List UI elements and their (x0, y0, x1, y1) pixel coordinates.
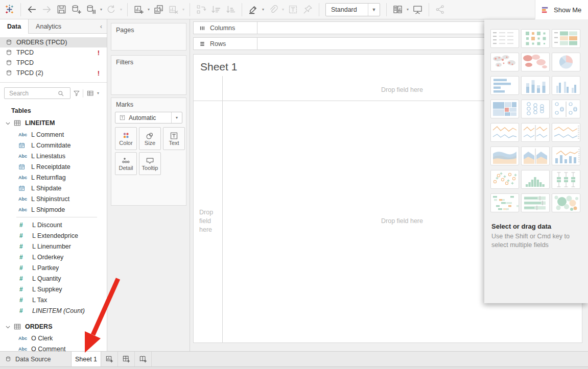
pages-shelf[interactable]: Pages (111, 23, 186, 51)
undo-arrow-icon[interactable] (25, 2, 39, 17)
field-item[interactable]: AbcO Comment (0, 343, 107, 351)
field-item[interactable]: AbcL Returnflag (0, 172, 107, 183)
chevron-down-icon[interactable] (5, 324, 11, 330)
tab-data[interactable]: Data (0, 19, 29, 34)
filters-shelf[interactable]: Filters (111, 55, 186, 95)
new-worksheet-caret-icon[interactable]: ▾ (146, 7, 151, 12)
show-me-packed-bubbles[interactable] (552, 193, 580, 212)
field-item[interactable]: AbcL Shipmode (0, 204, 107, 215)
mark-button-detail[interactable]: Detail (115, 152, 137, 175)
search-input-box[interactable] (4, 87, 70, 99)
new-story-button[interactable] (135, 352, 152, 366)
show-me-button[interactable]: Show Me (535, 0, 588, 19)
datasource-item[interactable]: TPCD (0, 58, 107, 68)
show-me-bullet-graph[interactable] (521, 193, 550, 212)
show-hide-cards-icon[interactable] (390, 2, 405, 17)
field-item[interactable]: L Receiptdate (0, 161, 107, 172)
show-me-histogram[interactable] (521, 170, 550, 189)
show-mark-labels-icon[interactable] (286, 2, 300, 17)
show-me-circle-views[interactable] (521, 100, 550, 118)
field-item[interactable]: #L Tax (0, 294, 107, 305)
sort-descending-icon[interactable] (223, 2, 238, 17)
group-members-icon[interactable] (266, 2, 280, 17)
show-me-gantt[interactable] (490, 193, 519, 212)
show-me-dual-lines[interactable] (552, 123, 580, 142)
group-members-caret-icon[interactable]: ▾ (280, 7, 286, 12)
field-item[interactable]: L Commitdate (0, 140, 107, 151)
datasource-item[interactable]: ORDERS (TPCD) (0, 37, 107, 47)
show-me-box-and-whisker[interactable] (552, 170, 580, 189)
mark-button-color[interactable]: Color (115, 127, 137, 150)
filter-fields-icon[interactable] (70, 89, 82, 97)
show-me-heat-map[interactable] (521, 29, 550, 48)
field-item[interactable]: L Shipdate (0, 183, 107, 193)
highlight-icon[interactable] (246, 2, 261, 17)
field-item[interactable]: #L Discount (0, 219, 107, 230)
view-options-caret-icon[interactable]: ▾ (96, 91, 101, 95)
field-item[interactable]: #L Partkey (0, 262, 107, 273)
show-me-scatter-plot[interactable] (490, 170, 519, 189)
show-me-side-by-side-bars[interactable] (552, 76, 580, 95)
clear-sheet-caret-icon[interactable]: ▾ (181, 7, 186, 12)
save-icon[interactable] (54, 2, 69, 17)
presentation-mode-icon[interactable] (410, 2, 425, 17)
new-data-source-icon[interactable] (69, 2, 84, 17)
view-mode-select[interactable]: Standard▼ (325, 3, 380, 16)
field-item[interactable]: #L Quantity (0, 273, 107, 284)
share-workbook-icon[interactable] (433, 2, 448, 17)
datasource-item[interactable]: TPCD! (0, 47, 107, 58)
mark-button-text[interactable]: Text (163, 127, 185, 150)
new-worksheet-button[interactable] (101, 352, 118, 366)
tableau-logo-icon[interactable] (2, 2, 17, 17)
field-item[interactable]: #L Orderkey (0, 252, 107, 262)
field-item[interactable]: #L Suppkey (0, 284, 107, 294)
duplicate-sheet-icon[interactable] (151, 2, 166, 17)
mark-type-select[interactable]: Automatic ▾ (115, 112, 182, 124)
sort-ascending-icon[interactable] (208, 2, 223, 17)
table-header-orders[interactable]: ORDERS (0, 321, 107, 333)
show-me-filled-map[interactable] (521, 53, 550, 71)
redo-arrow-icon[interactable] (39, 2, 54, 17)
tab-analytics[interactable]: Analytics (29, 19, 68, 33)
new-worksheet-icon[interactable] (131, 2, 146, 17)
field-item[interactable]: AbcO Clerk (0, 333, 107, 343)
run-auto-updates-caret-icon[interactable]: ▾ (119, 7, 124, 12)
field-item[interactable]: #LINEITEM (Count) (0, 305, 107, 316)
fix-axes-icon[interactable] (300, 2, 315, 17)
show-me-pie-chart[interactable] (552, 53, 580, 71)
field-item[interactable]: AbcL Linestatus (0, 151, 107, 161)
field-item[interactable]: #L Extendedprice (0, 230, 107, 241)
tab-data-source[interactable]: Data Source (0, 352, 71, 366)
clear-sheet-icon[interactable] (166, 2, 181, 17)
field-item[interactable]: #L Linenumber (0, 241, 107, 252)
swap-rows-columns-icon[interactable] (194, 2, 208, 17)
table-header-lineitem[interactable]: LINEITEM (0, 117, 107, 129)
show-me-dual-combination[interactable] (552, 146, 580, 165)
drop-zone-rows[interactable]: Drop field here (199, 208, 218, 234)
search-input[interactable] (8, 89, 57, 97)
run-auto-updates-icon[interactable] (104, 2, 119, 17)
show-me-side-by-side-circles[interactable] (552, 100, 580, 118)
show-me-treemap[interactable] (490, 100, 519, 118)
view-options-icon[interactable] (84, 89, 96, 97)
show-me-lines-continuous[interactable] (490, 123, 519, 142)
highlight-caret-icon[interactable]: ▾ (261, 7, 266, 12)
mark-button-size[interactable]: Size (139, 127, 161, 150)
show-me-area-continuous[interactable] (490, 146, 519, 165)
pause-auto-updates-caret-icon[interactable]: ▾ (99, 7, 104, 12)
show-me-area-discrete[interactable] (521, 146, 550, 165)
show-me-symbol-map[interactable] (490, 53, 519, 71)
field-item[interactable]: AbcL Comment (0, 129, 107, 140)
show-me-highlight-table[interactable] (552, 29, 580, 48)
show-hide-cards-caret-icon[interactable]: ▾ (405, 7, 410, 12)
chevron-down-icon[interactable] (5, 120, 11, 126)
mark-button-tooltip[interactable]: Tooltip (139, 152, 161, 175)
show-me-horizontal-bars[interactable] (490, 76, 519, 95)
tab-sheet-1[interactable]: Sheet 1 (71, 352, 101, 366)
pause-auto-updates-icon[interactable] (84, 2, 99, 17)
show-me-text-table[interactable] (490, 29, 519, 48)
datasource-item[interactable]: TPCD (2)! (0, 68, 107, 78)
collapse-pane-icon[interactable]: ‹ (96, 19, 107, 33)
field-item[interactable]: AbcL Shipinstruct (0, 193, 107, 204)
show-me-stacked-bars[interactable] (521, 76, 550, 95)
